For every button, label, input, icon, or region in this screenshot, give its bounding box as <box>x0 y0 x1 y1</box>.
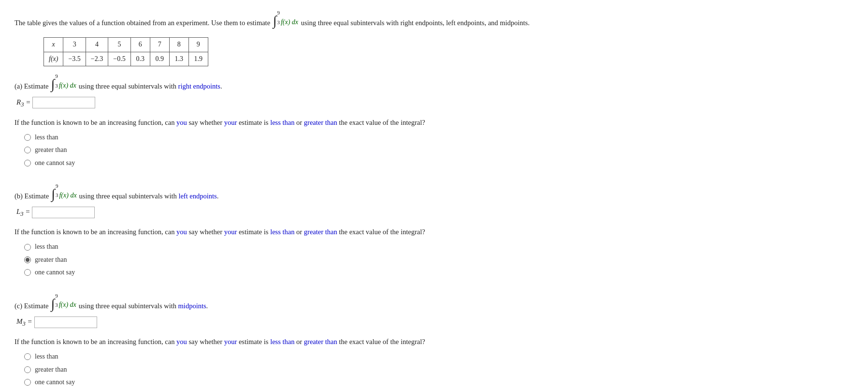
part-a-method-colored: right endpoints <box>178 82 220 90</box>
part-b-body: f(x) dx <box>59 190 76 201</box>
part-a-radio-group: less than greater than one cannot say <box>24 132 854 168</box>
part-a-option-cannot[interactable]: one cannot say <box>24 158 854 168</box>
part-c-option-cannot[interactable]: one cannot say <box>24 377 854 388</box>
part-b-integral-symbol: ∫ <box>51 187 55 201</box>
integral-upper: 9 <box>277 9 280 17</box>
part-a-label-cannot: one cannot say <box>35 158 75 168</box>
part-c-option-less[interactable]: less than <box>24 351 854 362</box>
part-c-answer-row: M3 = <box>16 316 854 329</box>
part-c-label-greater: greater than <box>35 364 67 375</box>
part-b-input[interactable] <box>32 207 95 218</box>
part-c-q-you: you <box>176 338 187 346</box>
section-c-label: (c) Estimate ∫ 9 3 f(x) dx using three e… <box>14 292 854 312</box>
integral-symbol: ∫ <box>273 14 277 28</box>
part-a-lower: 3 <box>55 82 58 90</box>
part-c-q-greater: greater than <box>304 338 337 346</box>
part-c-method: using three equal subintervals with midp… <box>79 301 208 312</box>
part-c-input[interactable] <box>34 316 97 328</box>
part-a-q-greater: greater than <box>304 119 337 126</box>
part-c-question: If the function is known to be an increa… <box>14 336 854 347</box>
part-b-integral-limits: 9 3 <box>56 182 58 200</box>
part-b-label-cannot: one cannot say <box>35 267 75 278</box>
part-a-option-greater[interactable]: greater than <box>24 145 854 155</box>
table-header-row: x 3 4 5 6 7 8 9 <box>44 38 208 52</box>
table-val-4: 0.9 <box>150 52 169 66</box>
part-b-answer-row: L3 = <box>16 206 854 219</box>
part-b-radio-cannot[interactable] <box>24 269 31 276</box>
part-c-upper: 9 <box>55 292 58 301</box>
section-b: (b) Estimate ∫ 9 3 f(x) dx using three e… <box>14 182 854 278</box>
intro-integral: ∫ 9 3 f(x) dx <box>273 9 298 28</box>
part-c-method-colored: midpoints <box>178 302 206 310</box>
intro-line: The table gives the values of a function… <box>14 9 854 29</box>
part-b-option-less[interactable]: less than <box>24 241 854 252</box>
part-b-method-colored: left endpoints <box>178 192 217 200</box>
part-c-radio-less[interactable] <box>24 353 31 360</box>
table-data-row: f(x) −3.5 −2.3 −0.5 0.3 0.9 1.3 1.9 <box>44 52 208 66</box>
part-a-sub: 3 <box>21 101 24 108</box>
part-b-q-less: less than <box>270 228 294 236</box>
part-c-integral-symbol: ∫ <box>51 297 55 311</box>
part-b-option-cannot[interactable]: one cannot say <box>24 267 854 278</box>
part-b-question: If the function is known to be an increa… <box>14 226 854 238</box>
part-b-radio-group: less than greater than one cannot say <box>24 241 854 278</box>
part-a-radio-cannot[interactable] <box>24 160 31 166</box>
part-a-label: (a) Estimate <box>14 81 48 92</box>
part-c-sub: 3 <box>23 320 26 327</box>
part-c-lower: 3 <box>55 301 58 310</box>
table-val-3: 0.3 <box>130 52 150 66</box>
part-a-q-your: your <box>224 119 237 126</box>
part-a-method: using three equal subintervals with righ… <box>79 81 222 92</box>
integral-body: f(x) dx <box>281 17 298 28</box>
part-a-q-you: you <box>176 119 187 126</box>
part-b-label: (b) Estimate <box>14 191 49 202</box>
section-b-label: (b) Estimate ∫ 9 3 f(x) dx using three e… <box>14 182 854 202</box>
part-c-option-greater[interactable]: greater than <box>24 364 854 375</box>
intro-text-after: using three equal subintervals with righ… <box>301 19 530 27</box>
part-c-label: (c) Estimate <box>14 301 48 312</box>
part-a-label-less: less than <box>35 132 58 143</box>
part-b-label-greater: greater than <box>35 255 67 265</box>
intro-text-before: The table gives the values of a function… <box>14 19 270 27</box>
part-b-label-less: less than <box>35 241 58 252</box>
table-val-5: 1.3 <box>169 52 188 66</box>
part-b-q-you: you <box>176 228 187 236</box>
section-a-label: (a) Estimate ∫ 9 3 f(x) dx using three e… <box>14 72 854 92</box>
table-col-7: 7 <box>150 38 169 52</box>
table-val-1: −2.3 <box>86 52 108 66</box>
part-a-integral: ∫ 9 3 f(x) dx <box>51 72 76 91</box>
part-a-answer-row: R3 = <box>16 96 854 109</box>
table-col-3: 3 <box>63 38 86 52</box>
table-col-6: 6 <box>130 38 150 52</box>
table-val-2: −0.5 <box>108 52 130 66</box>
part-b-sub: 3 <box>20 211 23 217</box>
part-b-q-your: your <box>224 228 237 236</box>
part-b-upper: 9 <box>56 182 58 191</box>
section-a: (a) Estimate ∫ 9 3 f(x) dx using three e… <box>14 72 854 168</box>
part-b-integral: ∫ 9 3 f(x) dx <box>51 182 76 201</box>
part-c-radio-greater[interactable] <box>24 366 31 373</box>
part-a-option-less[interactable]: less than <box>24 132 854 143</box>
part-a-upper: 9 <box>55 72 58 81</box>
table-header-x: x <box>44 38 63 52</box>
part-c-body: f(x) dx <box>59 300 76 310</box>
integral-lower: 3 <box>277 18 280 27</box>
part-c-radio-cannot[interactable] <box>24 379 31 386</box>
part-b-radio-greater[interactable] <box>24 256 31 263</box>
data-table: x 3 4 5 6 7 8 9 f(x) −3.5 −2.3 −0.5 0.3 … <box>43 37 208 66</box>
part-a-integral-limits: 9 3 <box>55 72 58 90</box>
part-c-radio-group: less than greater than one cannot say <box>24 351 854 388</box>
table-val-0: −3.5 <box>63 52 86 66</box>
part-a-label-greater: greater than <box>35 145 67 155</box>
part-b-q-greater: greater than <box>304 228 337 236</box>
table-col-4: 4 <box>86 38 108 52</box>
part-c-integral-limits: 9 3 <box>55 292 58 310</box>
part-a-radio-less[interactable] <box>24 134 31 141</box>
part-a-integral-symbol: ∫ <box>51 77 55 91</box>
part-b-option-greater[interactable]: greater than <box>24 255 854 265</box>
part-a-radio-greater[interactable] <box>24 147 31 153</box>
part-a-body: f(x) dx <box>59 80 76 91</box>
part-a-input[interactable] <box>32 97 95 108</box>
part-c-q-less: less than <box>270 338 294 346</box>
part-b-radio-less[interactable] <box>24 244 31 251</box>
